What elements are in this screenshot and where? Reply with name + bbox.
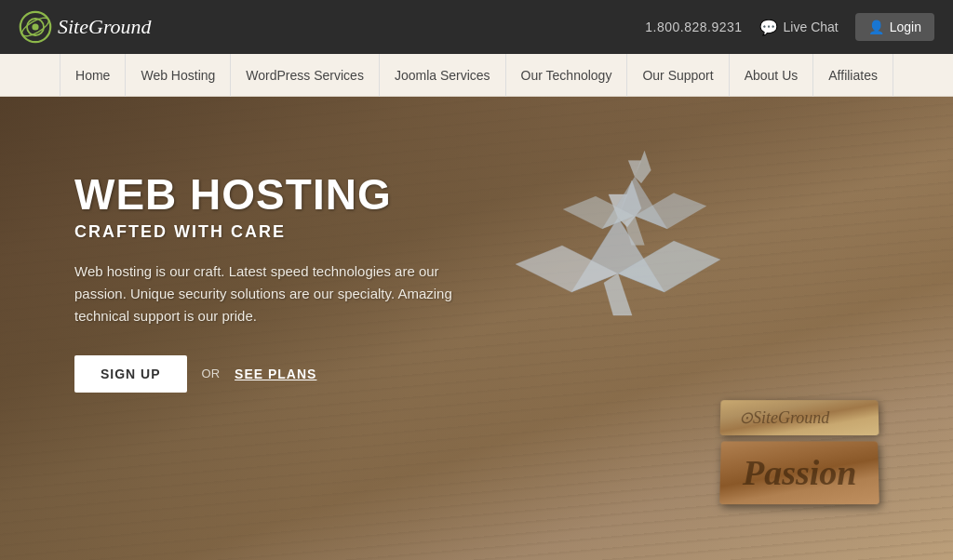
- login-button[interactable]: 👤 Login: [855, 13, 934, 41]
- wood-logo-text: ⊙SiteGround: [738, 408, 829, 427]
- user-icon: 👤: [868, 20, 884, 34]
- nav-item-about-us[interactable]: About Us: [730, 54, 814, 97]
- wood-sign-area: ⊙SiteGround Passion: [720, 400, 879, 504]
- see-plans-button[interactable]: SEE PLANS: [235, 367, 316, 381]
- hero-title: WEB HOSTING: [74, 171, 475, 219]
- crane-svg: [488, 143, 748, 357]
- siteground-wood-sign: ⊙SiteGround: [719, 400, 879, 435]
- logo-area: SiteGround: [19, 10, 152, 44]
- passion-text: Passion: [742, 453, 856, 492]
- login-label: Login: [890, 20, 921, 34]
- svg-marker-8: [604, 273, 632, 315]
- svg-point-2: [32, 23, 38, 30]
- nav-item-our-technology[interactable]: Our Technology: [506, 54, 628, 97]
- or-text: OR: [202, 367, 221, 380]
- passion-wood-sign: Passion: [719, 441, 879, 504]
- hero-cta: SIGN UP OR SEE PLANS: [74, 355, 475, 393]
- nav-item-home[interactable]: Home: [60, 54, 126, 97]
- nav-item-joomla-services[interactable]: Joomla Services: [380, 54, 506, 97]
- nav-item-affiliates[interactable]: Affiliates: [813, 54, 893, 97]
- signup-button[interactable]: SIGN UP: [74, 355, 187, 393]
- top-right-actions: 1.800.828.9231 💬 Live Chat 👤 Login: [645, 13, 934, 41]
- main-nav: Home Web Hosting WordPress Services Joom…: [60, 54, 893, 97]
- hero-content: WEB HOSTING CRAFTED WITH CARE Web hostin…: [74, 171, 475, 393]
- logo-text: SiteGround: [58, 15, 152, 39]
- live-chat-label: Live Chat: [784, 20, 839, 34]
- hero-subtitle: CRAFTED WITH CARE: [74, 222, 475, 242]
- siteground-logo-icon: [19, 10, 52, 44]
- nav-item-our-support[interactable]: Our Support: [627, 54, 729, 97]
- nav-bar: Home Web Hosting WordPress Services Joom…: [0, 54, 953, 97]
- phone-number: 1.800.828.9231: [645, 20, 742, 34]
- live-chat-button[interactable]: 💬 Live Chat: [759, 19, 839, 36]
- hero-section: ⊙SiteGround Passion WEB HOSTING CRAFTED …: [0, 97, 953, 560]
- crane-decoration: [488, 143, 767, 376]
- nav-item-web-hosting[interactable]: Web Hosting: [126, 54, 231, 97]
- hero-description: Web hosting is our craft. Latest speed t…: [74, 260, 475, 327]
- top-bar: SiteGround 1.800.828.9231 💬 Live Chat 👤 …: [0, 0, 953, 54]
- nav-item-wordpress-services[interactable]: WordPress Services: [231, 54, 380, 97]
- chat-icon: 💬: [759, 19, 778, 36]
